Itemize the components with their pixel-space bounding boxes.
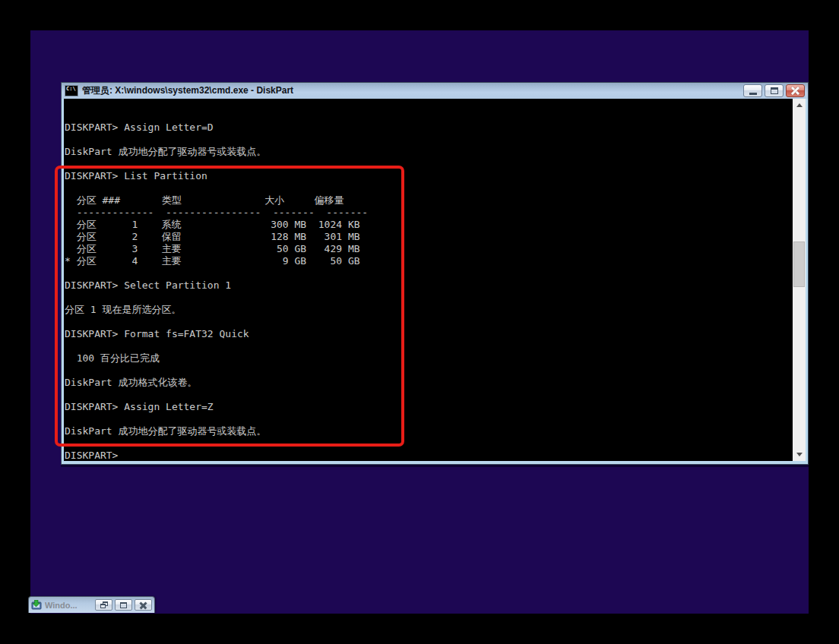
minimize-icon bbox=[749, 93, 757, 95]
minimized-window-windows-setup[interactable]: Windo... bbox=[28, 596, 155, 613]
console-client-area[interactable]: DISKPART> Assign Letter=D DiskPart 成功地分配… bbox=[64, 99, 806, 461]
maximize-button[interactable] bbox=[765, 84, 784, 97]
window-controls bbox=[743, 84, 805, 97]
mini-close-button[interactable] bbox=[135, 599, 152, 611]
vertical-scrollbar[interactable] bbox=[793, 99, 806, 461]
minimize-button[interactable] bbox=[743, 84, 762, 97]
scroll-up-button[interactable] bbox=[793, 99, 806, 112]
cmd-icon bbox=[65, 85, 78, 96]
desktop: 管理员: X:\windows\system32\cmd.exe - DiskP… bbox=[0, 0, 839, 644]
restore-button[interactable] bbox=[95, 599, 112, 611]
close-button[interactable] bbox=[786, 84, 805, 97]
cmd-window: 管理员: X:\windows\system32\cmd.exe - DiskP… bbox=[61, 82, 809, 465]
minimized-window-label: Windo... bbox=[45, 601, 93, 610]
scrollbar-thumb[interactable] bbox=[793, 242, 805, 287]
restore-icon bbox=[100, 601, 108, 608]
console-text: DISKPART> Assign Letter=D DiskPart 成功地分配… bbox=[65, 99, 368, 461]
mini-maximize-button[interactable] bbox=[115, 599, 132, 611]
maximize-icon bbox=[771, 87, 778, 94]
cmd-titlebar[interactable]: 管理员: X:\windows\system32\cmd.exe - DiskP… bbox=[62, 83, 808, 99]
chevron-down-icon bbox=[796, 453, 803, 456]
close-icon bbox=[140, 601, 147, 608]
chevron-up-icon bbox=[796, 103, 803, 107]
close-icon bbox=[791, 87, 799, 95]
window-title: 管理员: X:\windows\system32\cmd.exe - DiskP… bbox=[82, 84, 740, 97]
scroll-down-button[interactable] bbox=[793, 448, 806, 461]
maximize-icon bbox=[120, 602, 127, 608]
windows-setup-icon bbox=[31, 600, 42, 610]
